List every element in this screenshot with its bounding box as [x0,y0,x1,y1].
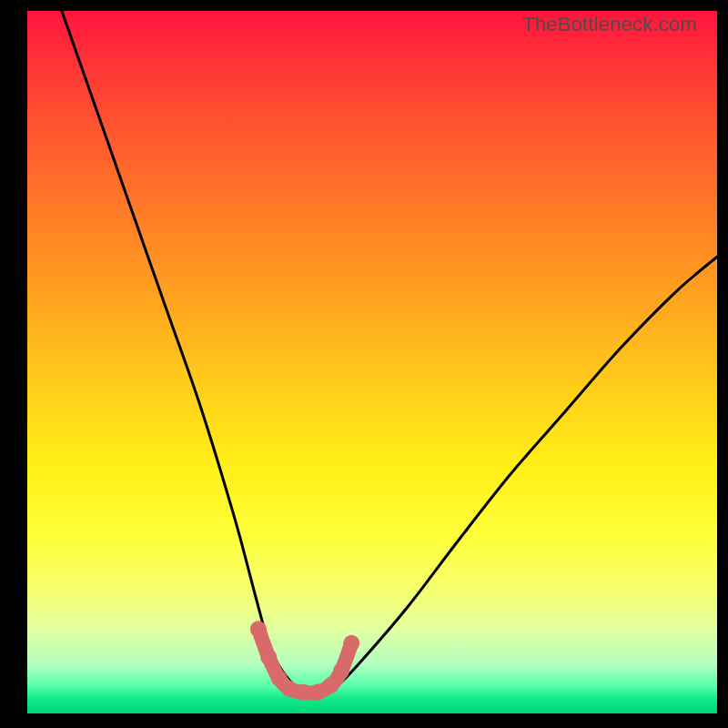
marker-cluster [250,621,359,700]
marker-dot [250,621,267,637]
marker-dot [343,635,359,652]
gradient-plot-area [27,11,717,713]
bottleneck-curve [62,11,717,694]
marker-dot [281,681,298,697]
marker-dot [260,649,277,665]
chart-container: TheBottleneck.com [0,0,728,728]
curve-layer [27,11,717,713]
marker-dot [323,677,339,693]
marker-dot [333,663,349,680]
